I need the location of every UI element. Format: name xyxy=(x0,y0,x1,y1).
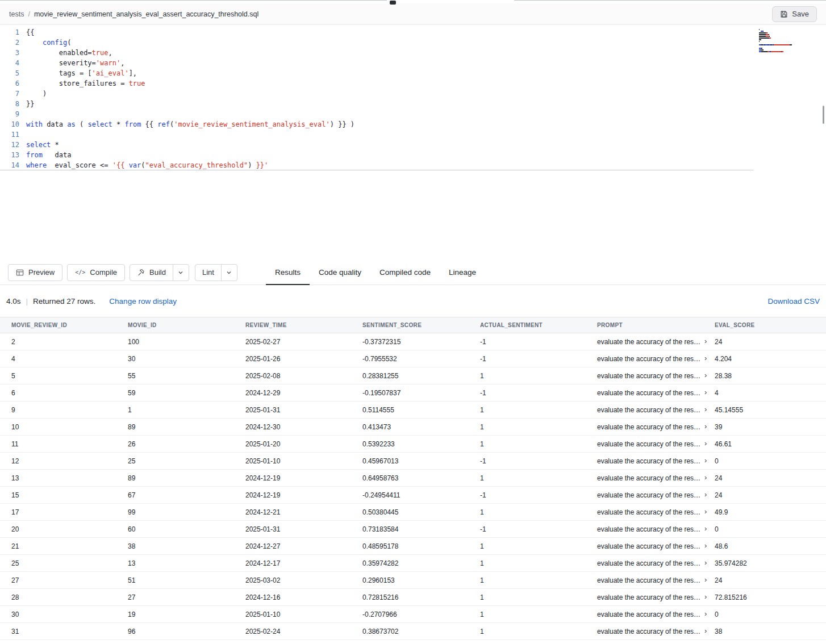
cell: 0.50380445 xyxy=(362,504,480,521)
code-line[interactable]: 11 xyxy=(0,129,826,140)
prompt-cell[interactable]: evaluate the accuracy of the res…› xyxy=(597,350,715,367)
cell: 24 xyxy=(715,333,826,350)
line-number: 5 xyxy=(0,68,26,78)
save-button[interactable]: Save xyxy=(772,6,817,22)
prompt-cell[interactable]: evaluate the accuracy of the res…› xyxy=(597,333,715,350)
code-line[interactable]: 10with data as ( select * from {{ ref('m… xyxy=(0,119,826,129)
lint-button[interactable]: Lint xyxy=(195,265,221,281)
prompt-expand-icon[interactable]: › xyxy=(704,337,707,345)
code-line[interactable]: 3 enabled=true, xyxy=(0,48,826,58)
line-number: 2 xyxy=(0,37,26,48)
prompt-expand-icon[interactable]: › xyxy=(704,609,707,618)
code-line[interactable]: 4 severity='warn', xyxy=(0,58,826,68)
code-line[interactable]: 14where eval_score <= '{{ var("eval_accu… xyxy=(0,160,826,170)
table-row: 912025-01-310.51145551evaluate the accur… xyxy=(0,402,826,419)
prompt-cell[interactable]: evaluate the accuracy of the res…› xyxy=(597,521,715,538)
code-line[interactable]: 5 tags = ['ai_eval'], xyxy=(0,68,826,78)
prompt-expand-icon[interactable]: › xyxy=(704,439,707,448)
prompt-cell[interactable]: evaluate the accuracy of the res…› xyxy=(597,453,715,470)
cell: 2024-12-17 xyxy=(245,555,362,572)
cell: 28.38 xyxy=(715,367,826,384)
prompt-expand-icon[interactable]: › xyxy=(704,405,707,413)
cell: 38 xyxy=(715,623,826,640)
table-row: 5552025-02-080.283812551evaluate the acc… xyxy=(0,367,826,384)
line-number: 3 xyxy=(0,48,26,58)
editor-scrollbar[interactable] xyxy=(823,106,824,124)
cell: 2024-12-19 xyxy=(245,487,362,504)
code-line[interactable]: 1{{ xyxy=(0,27,826,37)
prompt-expand-icon[interactable]: › xyxy=(704,592,707,601)
prompt-cell[interactable]: evaluate the accuracy of the res…› xyxy=(597,538,715,555)
code-line[interactable]: 8}} xyxy=(0,99,826,109)
prompt-cell[interactable]: evaluate the accuracy of the res…› xyxy=(597,402,715,419)
prompt-expand-icon[interactable]: › xyxy=(704,388,707,396)
column-header: MOVIE_ID xyxy=(128,317,245,333)
build-hammer-icon xyxy=(137,269,145,277)
tab-compiled-code[interactable]: Compiled code xyxy=(370,260,440,285)
prompt-text: evaluate the accuracy of the res… xyxy=(597,542,700,550)
lint-dropdown-button[interactable] xyxy=(221,265,237,281)
code-line[interactable]: 12select * xyxy=(0,140,826,150)
cell: 60 xyxy=(128,521,245,538)
minimap[interactable] xyxy=(759,29,823,53)
build-dropdown-button[interactable] xyxy=(173,265,189,281)
line-number: 1 xyxy=(0,27,26,37)
code-line[interactable]: 9 xyxy=(0,109,826,119)
code-line[interactable]: 13from data xyxy=(0,150,826,160)
cell: 0.38673702 xyxy=(362,623,480,640)
cell: -1 xyxy=(480,333,597,350)
cell: 9 xyxy=(0,402,128,419)
preview-button[interactable]: Preview xyxy=(8,264,62,281)
prompt-expand-icon[interactable]: › xyxy=(704,626,707,635)
tab-lineage[interactable]: Lineage xyxy=(440,260,485,285)
breadcrumb-folder[interactable]: tests xyxy=(9,10,24,18)
code-line[interactable]: 6 store_failures = true xyxy=(0,78,826,89)
code-line[interactable]: 7 ) xyxy=(0,89,826,99)
download-csv-link[interactable]: Download CSV xyxy=(767,297,820,306)
cell: 0.28381255 xyxy=(362,367,480,384)
prompt-expand-icon[interactable]: › xyxy=(704,371,707,379)
prompt-expand-icon[interactable]: › xyxy=(704,558,707,567)
cell: 2024-12-16 xyxy=(245,589,362,606)
prompt-expand-icon[interactable]: › xyxy=(704,541,707,550)
prompt-cell[interactable]: evaluate the accuracy of the res…› xyxy=(597,555,715,572)
cell: 1 xyxy=(480,504,597,521)
cell: 38 xyxy=(128,538,245,555)
change-row-display-link[interactable]: Change row display xyxy=(109,297,177,306)
prompt-cell[interactable]: evaluate the accuracy of the res…› xyxy=(597,436,715,453)
tab-code-quality[interactable]: Code quality xyxy=(310,260,370,285)
prompt-cell[interactable]: evaluate the accuracy of the res…› xyxy=(597,384,715,402)
prompt-cell[interactable]: evaluate the accuracy of the res…› xyxy=(597,419,715,436)
cell: 2025-01-26 xyxy=(245,350,362,367)
prompt-cell[interactable]: evaluate the accuracy of the res…› xyxy=(597,487,715,504)
prompt-cell[interactable]: evaluate the accuracy of the res…› xyxy=(597,623,715,640)
prompt-cell[interactable]: evaluate the accuracy of the res…› xyxy=(597,367,715,384)
table-row: 13892024-12-190.649587631evaluate the ac… xyxy=(0,470,826,487)
code-editor[interactable]: 1{{2 config(3 enabled=true,4 severity='w… xyxy=(0,25,826,260)
prompt-expand-icon[interactable]: › xyxy=(704,354,707,362)
build-button[interactable]: Build xyxy=(130,265,173,281)
prompt-cell[interactable]: evaluate the accuracy of the res…› xyxy=(597,589,715,606)
prompt-cell[interactable]: evaluate the accuracy of the res…› xyxy=(597,572,715,589)
prompt-cell[interactable]: evaluate the accuracy of the res…› xyxy=(597,504,715,521)
prompt-expand-icon[interactable]: › xyxy=(704,422,707,430)
cell: -0.24954411 xyxy=(362,487,480,504)
prompt-cell[interactable]: evaluate the accuracy of the res…› xyxy=(597,606,715,623)
prompt-text: evaluate the accuracy of the res… xyxy=(597,372,700,380)
prompt-expand-icon[interactable]: › xyxy=(704,456,707,465)
cell: 24 xyxy=(715,487,826,504)
query-status-bar: 4.0s | Returned 27 rows. Change row disp… xyxy=(0,285,826,317)
prompt-expand-icon[interactable]: › xyxy=(704,507,707,516)
tab-results[interactable]: Results xyxy=(266,260,310,285)
prompt-text: evaluate the accuracy of the res… xyxy=(597,559,700,567)
save-icon xyxy=(780,10,788,18)
prompt-expand-icon[interactable]: › xyxy=(704,524,707,533)
compile-button[interactable]: </> Compile xyxy=(67,264,125,281)
prompt-expand-icon[interactable]: › xyxy=(704,490,707,499)
table-header-row: MOVIE_REVIEW_IDMOVIE_IDREVIEW_TIMESENTIM… xyxy=(0,317,826,333)
breadcrumb-file: movie_review_sentiment_analysis_eval_ass… xyxy=(34,10,258,18)
prompt-expand-icon[interactable]: › xyxy=(704,575,707,584)
code-line[interactable]: 2 config( xyxy=(0,37,826,48)
prompt-cell[interactable]: evaluate the accuracy of the res…› xyxy=(597,470,715,487)
prompt-expand-icon[interactable]: › xyxy=(704,473,707,482)
